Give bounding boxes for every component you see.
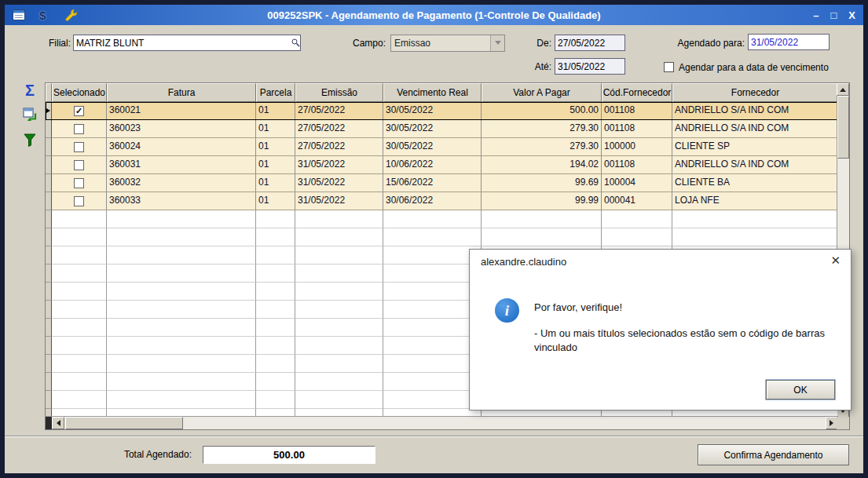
splitter-box[interactable]: [46, 417, 52, 429]
de-label: De:: [525, 38, 551, 49]
cell-valor-a-pagar: 194.02: [482, 156, 602, 174]
empty-cell: [295, 301, 383, 319]
row-select-cell[interactable]: [52, 120, 107, 138]
empty-cell: [107, 228, 256, 246]
close-button[interactable]: X: [848, 9, 855, 21]
empty-cell: [295, 283, 383, 301]
empty-cell: [383, 283, 482, 301]
maximize-button[interactable]: □: [830, 9, 837, 21]
table-row[interactable]: 3600310131/05/202210/06/2022194.02001108…: [46, 156, 849, 174]
column-header[interactable]: Cód.Fornecedor: [602, 83, 672, 102]
column-header[interactable]: Vencimento Real: [383, 83, 482, 102]
checkbox-icon[interactable]: [74, 196, 84, 206]
table-row[interactable]: 3600320131/05/202215/06/202299.69100004C…: [46, 174, 849, 192]
checkbox-icon[interactable]: [74, 124, 84, 134]
checkbox-icon[interactable]: [74, 142, 84, 152]
empty-cell: [383, 319, 482, 337]
row-select-cell[interactable]: ✓: [52, 102, 107, 120]
empty-cell: [52, 265, 107, 283]
cell-fatura: 360024: [107, 138, 256, 156]
cell-fornecedor: LOJA NFE: [672, 192, 838, 210]
filial-input[interactable]: [73, 35, 301, 51]
row-marker: [46, 283, 52, 301]
row-marker: [46, 120, 52, 138]
cell-vencimento-real: 10/06/2022: [383, 156, 482, 174]
empty-cell: [52, 391, 107, 409]
chevron-down-icon[interactable]: [490, 35, 504, 51]
table-row[interactable]: 3600230127/05/202230/05/2022279.30001108…: [46, 120, 849, 138]
cell-cod-fornecedor: 001108: [602, 156, 672, 174]
row-marker: [46, 319, 52, 337]
dialog-close-icon[interactable]: ✕: [830, 254, 841, 268]
cell-parcela: 01: [256, 192, 295, 210]
titlebar: $ 009252SPK - Agendamento de Pagamento (…: [5, 5, 863, 25]
column-header[interactable]: Selecionado: [52, 83, 107, 102]
horizontal-scrollbar[interactable]: [46, 416, 838, 429]
row-select-cell[interactable]: [52, 156, 107, 174]
empty-cell: [383, 391, 482, 409]
vencimento-checkbox[interactable]: [664, 62, 674, 72]
app-window-frame: $ 009252SPK - Agendamento de Pagamento (…: [0, 0, 868, 478]
column-header[interactable]: Emissão: [295, 83, 383, 102]
empty-cell: [52, 373, 107, 391]
row-marker: [46, 355, 52, 373]
ate-date-input[interactable]: [555, 58, 625, 75]
confirma-agendamento-button[interactable]: Confirma Agendamento: [698, 444, 849, 465]
column-header[interactable]: Parcela: [256, 83, 295, 102]
empty-cell: [107, 337, 256, 355]
cell-cod-fornecedor: 100004: [602, 174, 672, 192]
cell-valor-a-pagar: 279.30: [482, 120, 602, 138]
row-marker: [46, 228, 52, 246]
ok-button[interactable]: OK: [766, 380, 835, 400]
scroll-up-button[interactable]: [837, 83, 849, 96]
empty-cell: [52, 319, 107, 337]
cell-fornecedor: ANDRIELLO S/A IND COM: [672, 120, 838, 138]
empty-cell: [672, 210, 838, 228]
agendado-date-input[interactable]: [748, 34, 830, 50]
export-icon[interactable]: [23, 107, 37, 124]
table-row[interactable]: 3600240127/05/202230/05/2022279.30100000…: [46, 138, 849, 156]
row-marker: [46, 156, 52, 174]
search-icon[interactable]: [291, 36, 300, 50]
empty-cell: [256, 319, 295, 337]
empty-cell: [107, 301, 256, 319]
empty-cell: [383, 246, 482, 265]
payment-scheduling-window: $ 009252SPK - Agendamento de Pagamento (…: [5, 5, 863, 473]
de-date-input[interactable]: [555, 35, 625, 51]
cell-fornecedor: CLIENTE SP: [672, 138, 838, 156]
campo-selected-value: Emissao: [391, 35, 490, 51]
vencimento-checkbox-label: Agendar para a data de vencimento: [679, 62, 829, 73]
column-header[interactable]: Fatura: [107, 83, 256, 102]
scrollbar-corner: [837, 417, 849, 429]
table-row[interactable]: 3600330131/05/202230/06/202299.99000041L…: [46, 192, 849, 210]
checkbox-icon[interactable]: [74, 178, 84, 188]
row-select-cell[interactable]: [52, 174, 107, 192]
cell-valor-a-pagar: 99.69: [482, 174, 602, 192]
empty-cell: [256, 210, 295, 228]
empty-cell: [107, 319, 256, 337]
cell-emissao: 31/05/2022: [295, 192, 383, 210]
sum-icon[interactable]: Σ: [25, 83, 35, 97]
table-row[interactable]: ✓3600210127/05/202230/05/2022500.0000110…: [46, 102, 849, 120]
column-header[interactable]: Valor A Pagar: [482, 83, 602, 102]
cell-valor-a-pagar: 99.99: [482, 192, 602, 210]
cell-fornecedor: ANDRIELLO S/A IND COM: [672, 102, 838, 120]
row-select-cell[interactable]: [52, 192, 107, 210]
empty-cell: [256, 265, 295, 283]
campo-dropdown[interactable]: Emissao: [390, 35, 505, 52]
empty-cell: [107, 373, 256, 391]
scroll-left-button[interactable]: [52, 417, 64, 429]
empty-cell: [383, 265, 482, 283]
checkbox-icon[interactable]: [74, 160, 84, 170]
minimize-button[interactable]: –: [813, 9, 819, 21]
checkbox-icon[interactable]: ✓: [74, 106, 84, 116]
row-marker: [46, 373, 52, 391]
horizontal-scroll-thumb[interactable]: [65, 417, 183, 429]
empty-cell: [256, 283, 295, 301]
row-select-cell[interactable]: [52, 138, 107, 156]
grid-corner: [46, 83, 52, 102]
filter-icon[interactable]: [24, 133, 36, 150]
vertical-scroll-thumb[interactable]: [837, 96, 849, 159]
column-header[interactable]: Fornecedor: [672, 83, 838, 102]
empty-cell: [602, 228, 672, 246]
